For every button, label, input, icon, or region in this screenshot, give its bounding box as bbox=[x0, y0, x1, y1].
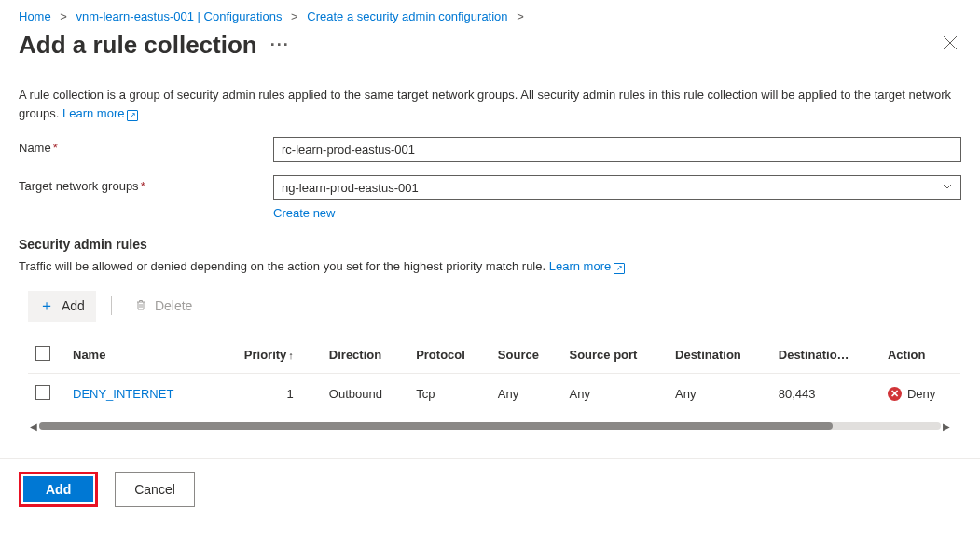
more-icon[interactable]: ··· bbox=[270, 35, 290, 55]
horizontal-scrollbar[interactable]: ◀ ▶ bbox=[28, 421, 952, 432]
delete-rule-button[interactable]: Delete bbox=[127, 293, 200, 320]
target-groups-label: Target network groups* bbox=[19, 175, 273, 193]
breadcrumb: Home > vnm-learn-eastus-001 | Configurat… bbox=[19, 0, 961, 31]
target-groups-select[interactable]: ng-learn-prod-eastus-001 bbox=[273, 175, 961, 200]
row-checkbox[interactable] bbox=[35, 385, 50, 400]
add-rule-button[interactable]: ＋ Add bbox=[28, 291, 96, 322]
col-name[interactable]: Name bbox=[65, 337, 214, 374]
col-dest-port[interactable]: Destinatio… bbox=[771, 337, 880, 374]
create-new-link[interactable]: Create new bbox=[273, 206, 335, 220]
col-priority[interactable]: Priority↑ bbox=[214, 337, 322, 374]
rules-learn-more-link[interactable]: Learn more bbox=[549, 259, 625, 273]
toolbar-divider bbox=[111, 296, 112, 315]
cell-action: Deny bbox=[907, 387, 935, 401]
plus-icon: ＋ bbox=[39, 296, 54, 316]
description: A rule collection is a group of security… bbox=[19, 86, 961, 122]
chevron-down-icon bbox=[942, 181, 953, 195]
scroll-thumb[interactable] bbox=[39, 422, 833, 430]
rules-section-desc: Traffic will be allowed or denied depend… bbox=[19, 257, 961, 276]
close-icon[interactable] bbox=[939, 32, 961, 59]
breadcrumb-sep: > bbox=[517, 9, 524, 23]
deny-icon: ✕ bbox=[888, 387, 902, 401]
cell-protocol: Tcp bbox=[408, 373, 490, 414]
add-button-highlight: Add bbox=[19, 472, 98, 507]
breadcrumb-create[interactable]: Create a security admin configuration bbox=[307, 9, 507, 23]
col-source[interactable]: Source bbox=[490, 337, 562, 374]
name-input[interactable] bbox=[273, 137, 961, 162]
col-protocol[interactable]: Protocol bbox=[408, 337, 490, 374]
col-action[interactable]: Action bbox=[880, 337, 960, 374]
cell-direction: Outbound bbox=[322, 373, 408, 414]
cell-destination: Any bbox=[668, 373, 771, 414]
col-destination[interactable]: Destination bbox=[668, 337, 771, 374]
scroll-left-icon[interactable]: ◀ bbox=[28, 421, 39, 432]
add-button[interactable]: Add bbox=[23, 476, 93, 502]
cell-source-port: Any bbox=[561, 373, 668, 414]
breadcrumb-sep: > bbox=[60, 9, 67, 23]
col-source-port[interactable]: Source port bbox=[561, 337, 668, 374]
rule-name-link[interactable]: DENY_INTERNET bbox=[73, 387, 173, 401]
cell-dest-port: 80,443 bbox=[771, 373, 880, 414]
page-title: Add a rule collection ··· bbox=[19, 31, 290, 60]
table-row[interactable]: DENY_INTERNET 1 Outbound Tcp Any Any Any… bbox=[28, 373, 960, 414]
rules-table: Name Priority↑ Direction Protocol Source… bbox=[28, 337, 960, 414]
rules-section-title: Security admin rules bbox=[19, 237, 961, 252]
trash-icon bbox=[134, 298, 147, 314]
scroll-right-icon[interactable]: ▶ bbox=[941, 421, 952, 432]
cancel-button[interactable]: Cancel bbox=[115, 472, 195, 507]
breadcrumb-home[interactable]: Home bbox=[19, 9, 51, 23]
learn-more-link[interactable]: Learn more bbox=[62, 106, 138, 120]
cell-priority: 1 bbox=[214, 373, 322, 414]
col-direction[interactable]: Direction bbox=[322, 337, 408, 374]
breadcrumb-sep: > bbox=[291, 9, 298, 23]
select-all-checkbox[interactable] bbox=[35, 346, 50, 361]
breadcrumb-configs[interactable]: vnm-learn-eastus-001 | Configurations bbox=[76, 9, 283, 23]
name-label: Name* bbox=[19, 137, 273, 155]
cell-source: Any bbox=[490, 373, 562, 414]
